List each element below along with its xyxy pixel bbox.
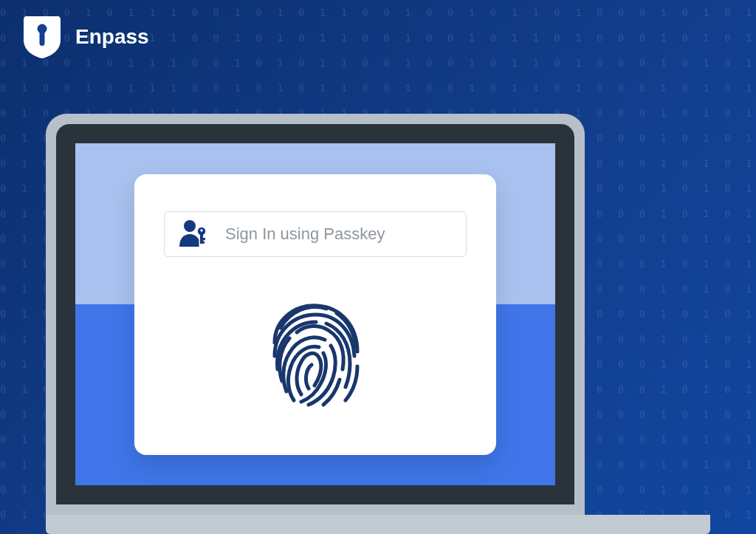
svg-rect-6 — [200, 238, 205, 240]
laptop-bezel: Sign In using Passkey — [56, 124, 574, 504]
laptop-base — [46, 515, 710, 534]
svg-rect-7 — [200, 242, 205, 244]
signin-button[interactable]: Sign In using Passkey — [164, 211, 467, 257]
brand: Enpass — [22, 15, 149, 59]
laptop-screen: Sign In using Passkey — [75, 143, 555, 485]
laptop-lid: Sign In using Passkey — [46, 114, 585, 515]
signin-card: Sign In using Passkey — [134, 174, 496, 455]
svg-rect-1 — [40, 31, 45, 46]
user-passkey-icon — [179, 219, 209, 250]
laptop: Sign In using Passkey — [46, 114, 710, 534]
svg-point-4 — [200, 229, 202, 231]
fingerprint-icon — [260, 298, 371, 420]
enpass-logo-icon — [22, 15, 62, 59]
svg-point-2 — [184, 220, 196, 232]
stage: 0 1 0 0 1 0 1 1 1 0 0 1 0 1 0 1 1 0 0 1 … — [0, 0, 756, 534]
brand-name: Enpass — [75, 25, 149, 49]
signin-label: Sign In using Passkey — [225, 225, 385, 244]
